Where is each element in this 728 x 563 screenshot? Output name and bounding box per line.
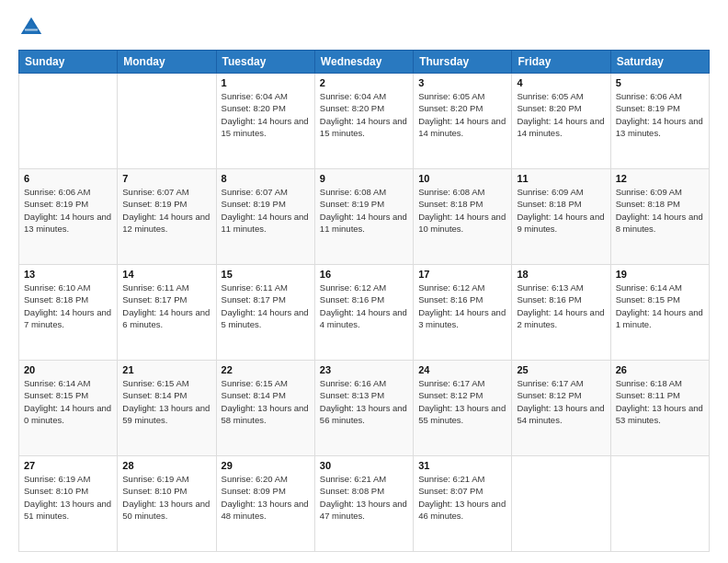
calendar-day-cell: 23Sunrise: 6:16 AMSunset: 8:13 PMDayligh… bbox=[314, 361, 413, 456]
calendar: SundayMondayTuesdayWednesdayThursdayFrid… bbox=[18, 50, 710, 552]
day-number: 14 bbox=[122, 269, 210, 280]
day-number: 31 bbox=[418, 460, 506, 471]
day-number: 3 bbox=[418, 77, 506, 88]
day-number: 13 bbox=[24, 269, 112, 280]
calendar-day-header: Tuesday bbox=[216, 51, 314, 74]
day-info: Sunrise: 6:07 AMSunset: 8:19 PMDaylight:… bbox=[222, 186, 310, 235]
day-number: 29 bbox=[222, 460, 310, 471]
day-info: Sunrise: 6:19 AMSunset: 8:10 PMDaylight:… bbox=[122, 473, 210, 522]
day-info: Sunrise: 6:14 AMSunset: 8:15 PMDaylight:… bbox=[24, 377, 112, 426]
calendar-day-header: Sunday bbox=[19, 51, 118, 74]
day-number: 7 bbox=[122, 173, 210, 184]
calendar-week-row: 6Sunrise: 6:06 AMSunset: 8:19 PMDaylight… bbox=[19, 169, 710, 265]
day-info: Sunrise: 6:06 AMSunset: 8:19 PMDaylight:… bbox=[616, 90, 704, 139]
day-number: 18 bbox=[517, 269, 605, 280]
day-info: Sunrise: 6:21 AMSunset: 8:07 PMDaylight:… bbox=[418, 473, 506, 522]
calendar-day-cell: 22Sunrise: 6:15 AMSunset: 8:14 PMDayligh… bbox=[216, 361, 314, 456]
header bbox=[18, 15, 710, 40]
day-info: Sunrise: 6:10 AMSunset: 8:18 PMDaylight:… bbox=[24, 282, 112, 330]
calendar-day-cell: 29Sunrise: 6:20 AMSunset: 8:09 PMDayligh… bbox=[216, 456, 314, 552]
day-number: 28 bbox=[122, 460, 210, 471]
calendar-day-header: Monday bbox=[118, 51, 216, 74]
calendar-day-cell: 4Sunrise: 6:05 AMSunset: 8:20 PMDaylight… bbox=[512, 74, 610, 169]
day-number: 25 bbox=[517, 364, 605, 375]
calendar-day-header: Friday bbox=[512, 51, 610, 74]
day-info: Sunrise: 6:19 AMSunset: 8:10 PMDaylight:… bbox=[24, 473, 112, 522]
day-number: 2 bbox=[320, 77, 408, 88]
calendar-day-header: Saturday bbox=[610, 51, 709, 74]
day-info: Sunrise: 6:11 AMSunset: 8:17 PMDaylight:… bbox=[222, 282, 310, 330]
calendar-day-cell: 26Sunrise: 6:18 AMSunset: 8:11 PMDayligh… bbox=[610, 361, 709, 456]
day-number: 16 bbox=[320, 269, 408, 280]
day-info: Sunrise: 6:13 AMSunset: 8:16 PMDaylight:… bbox=[517, 282, 605, 330]
day-number: 19 bbox=[616, 269, 704, 280]
day-number: 1 bbox=[222, 77, 310, 88]
calendar-day-cell: 11Sunrise: 6:09 AMSunset: 8:18 PMDayligh… bbox=[512, 169, 610, 265]
calendar-day-cell: 19Sunrise: 6:14 AMSunset: 8:15 PMDayligh… bbox=[610, 265, 709, 361]
day-number: 5 bbox=[616, 77, 704, 88]
day-number: 20 bbox=[24, 364, 112, 375]
day-info: Sunrise: 6:12 AMSunset: 8:16 PMDaylight:… bbox=[320, 282, 408, 330]
calendar-day-cell: 24Sunrise: 6:17 AMSunset: 8:12 PMDayligh… bbox=[414, 361, 512, 456]
day-info: Sunrise: 6:14 AMSunset: 8:15 PMDaylight:… bbox=[616, 282, 704, 330]
day-number: 26 bbox=[616, 364, 704, 375]
svg-rect-2 bbox=[25, 29, 38, 30]
calendar-week-row: 13Sunrise: 6:10 AMSunset: 8:18 PMDayligh… bbox=[19, 265, 710, 361]
logo-icon bbox=[18, 15, 44, 40]
day-info: Sunrise: 6:15 AMSunset: 8:14 PMDaylight:… bbox=[122, 377, 210, 426]
calendar-day-cell: 12Sunrise: 6:09 AMSunset: 8:18 PMDayligh… bbox=[610, 169, 709, 265]
calendar-day-cell: 15Sunrise: 6:11 AMSunset: 8:17 PMDayligh… bbox=[216, 265, 314, 361]
day-info: Sunrise: 6:06 AMSunset: 8:19 PMDaylight:… bbox=[24, 186, 112, 235]
calendar-day-cell: 16Sunrise: 6:12 AMSunset: 8:16 PMDayligh… bbox=[314, 265, 413, 361]
calendar-day-cell: 6Sunrise: 6:06 AMSunset: 8:19 PMDaylight… bbox=[19, 169, 118, 265]
calendar-day-cell: 1Sunrise: 6:04 AMSunset: 8:20 PMDaylight… bbox=[216, 74, 314, 169]
calendar-day-cell: 18Sunrise: 6:13 AMSunset: 8:16 PMDayligh… bbox=[512, 265, 610, 361]
day-number: 12 bbox=[616, 173, 704, 184]
calendar-day-cell: 13Sunrise: 6:10 AMSunset: 8:18 PMDayligh… bbox=[19, 265, 118, 361]
day-info: Sunrise: 6:08 AMSunset: 8:18 PMDaylight:… bbox=[418, 186, 506, 235]
day-info: Sunrise: 6:11 AMSunset: 8:17 PMDaylight:… bbox=[122, 282, 210, 330]
day-info: Sunrise: 6:16 AMSunset: 8:13 PMDaylight:… bbox=[320, 377, 408, 426]
day-number: 4 bbox=[517, 77, 605, 88]
calendar-day-cell: 5Sunrise: 6:06 AMSunset: 8:19 PMDaylight… bbox=[610, 74, 709, 169]
calendar-day-header: Wednesday bbox=[314, 51, 413, 74]
day-info: Sunrise: 6:18 AMSunset: 8:11 PMDaylight:… bbox=[616, 377, 704, 426]
day-number: 9 bbox=[320, 173, 408, 184]
day-info: Sunrise: 6:07 AMSunset: 8:19 PMDaylight:… bbox=[122, 186, 210, 235]
page: SundayMondayTuesdayWednesdayThursdayFrid… bbox=[0, 0, 728, 563]
calendar-day-cell: 20Sunrise: 6:14 AMSunset: 8:15 PMDayligh… bbox=[19, 361, 118, 456]
calendar-day-header: Thursday bbox=[414, 51, 512, 74]
logo bbox=[18, 15, 48, 40]
calendar-week-row: 20Sunrise: 6:14 AMSunset: 8:15 PMDayligh… bbox=[19, 361, 710, 456]
day-info: Sunrise: 6:20 AMSunset: 8:09 PMDaylight:… bbox=[222, 473, 310, 522]
calendar-day-cell: 31Sunrise: 6:21 AMSunset: 8:07 PMDayligh… bbox=[414, 456, 512, 552]
day-number: 17 bbox=[418, 269, 506, 280]
day-number: 27 bbox=[24, 460, 112, 471]
day-number: 11 bbox=[517, 173, 605, 184]
day-info: Sunrise: 6:21 AMSunset: 8:08 PMDaylight:… bbox=[320, 473, 408, 522]
calendar-day-cell: 30Sunrise: 6:21 AMSunset: 8:08 PMDayligh… bbox=[314, 456, 413, 552]
day-info: Sunrise: 6:17 AMSunset: 8:12 PMDaylight:… bbox=[418, 377, 506, 426]
day-info: Sunrise: 6:04 AMSunset: 8:20 PMDaylight:… bbox=[222, 90, 310, 139]
calendar-day-cell: 8Sunrise: 6:07 AMSunset: 8:19 PMDaylight… bbox=[216, 169, 314, 265]
day-number: 22 bbox=[222, 364, 310, 375]
calendar-empty-cell bbox=[610, 456, 709, 552]
day-info: Sunrise: 6:09 AMSunset: 8:18 PMDaylight:… bbox=[517, 186, 605, 235]
day-number: 30 bbox=[320, 460, 408, 471]
calendar-day-cell: 9Sunrise: 6:08 AMSunset: 8:19 PMDaylight… bbox=[314, 169, 413, 265]
day-number: 10 bbox=[418, 173, 506, 184]
day-number: 21 bbox=[122, 364, 210, 375]
calendar-day-cell: 17Sunrise: 6:12 AMSunset: 8:16 PMDayligh… bbox=[414, 265, 512, 361]
day-info: Sunrise: 6:17 AMSunset: 8:12 PMDaylight:… bbox=[517, 377, 605, 426]
calendar-day-cell: 2Sunrise: 6:04 AMSunset: 8:20 PMDaylight… bbox=[314, 74, 413, 169]
calendar-empty-cell bbox=[512, 456, 610, 552]
day-info: Sunrise: 6:15 AMSunset: 8:14 PMDaylight:… bbox=[222, 377, 310, 426]
calendar-day-cell: 3Sunrise: 6:05 AMSunset: 8:20 PMDaylight… bbox=[414, 74, 512, 169]
day-number: 15 bbox=[222, 269, 310, 280]
calendar-day-cell: 10Sunrise: 6:08 AMSunset: 8:18 PMDayligh… bbox=[414, 169, 512, 265]
day-number: 6 bbox=[24, 173, 112, 184]
day-info: Sunrise: 6:09 AMSunset: 8:18 PMDaylight:… bbox=[616, 186, 704, 235]
day-info: Sunrise: 6:05 AMSunset: 8:20 PMDaylight:… bbox=[517, 90, 605, 139]
calendar-day-cell: 7Sunrise: 6:07 AMSunset: 8:19 PMDaylight… bbox=[118, 169, 216, 265]
day-info: Sunrise: 6:12 AMSunset: 8:16 PMDaylight:… bbox=[418, 282, 506, 330]
